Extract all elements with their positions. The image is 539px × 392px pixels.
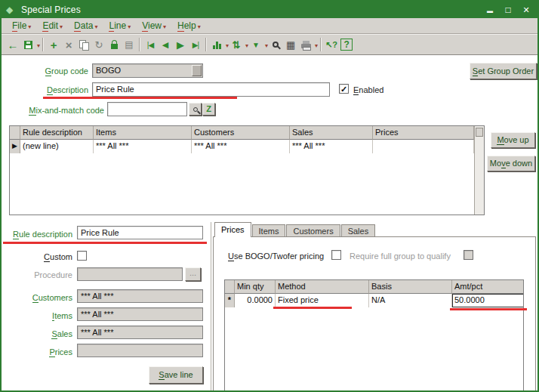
col-sales[interactable]: Sales (290, 126, 373, 140)
rules-grid-scrollbar[interactable] (474, 126, 484, 215)
items-field[interactable]: *** All *** (77, 307, 203, 321)
cell-items[interactable]: *** All *** (94, 140, 192, 153)
table-row[interactable]: ▶ (new line) *** All *** *** All *** ***… (10, 140, 484, 153)
move-up-button[interactable]: Move up (491, 132, 535, 148)
next-record-icon[interactable] (173, 37, 188, 52)
first-record-icon[interactable] (143, 37, 158, 52)
context-help-icon[interactable] (324, 37, 339, 52)
customers-field[interactable]: *** All *** (77, 289, 203, 303)
mix-match-label: Mix-and-match code (5, 105, 104, 116)
maximize-icon[interactable] (501, 4, 515, 16)
menu-data[interactable]: Data (68, 19, 103, 32)
table-row[interactable]: * 0.0000 Fixed price N/A 50.0000 (225, 294, 523, 307)
tab-items[interactable]: Items (252, 224, 286, 237)
prices-label: Prices (2, 347, 72, 357)
last-record-icon[interactable] (188, 37, 203, 52)
row-selector-arrow: ▶ (10, 140, 20, 153)
panel-divider (211, 222, 211, 392)
print-icon[interactable] (298, 37, 313, 52)
col-basis[interactable]: Basis (369, 280, 452, 294)
help-icon[interactable] (339, 37, 354, 52)
chart-icon[interactable] (209, 37, 224, 52)
tab-sales[interactable]: Sales (341, 224, 376, 237)
items-label: Items (2, 310, 72, 321)
previous-record-icon[interactable] (158, 37, 173, 52)
group-code-value: BOGO (96, 66, 121, 75)
use-bogo-label: Use BOGO/Twofer pricing (228, 251, 334, 261)
description-label: Description (17, 85, 88, 95)
menu-help[interactable]: Help (171, 19, 206, 32)
title-bar: Special Prices (2, 2, 537, 18)
cell-customers[interactable]: *** All *** (192, 140, 290, 153)
move-down-button[interactable]: Move down (487, 156, 535, 171)
minimize-icon[interactable] (483, 4, 497, 16)
enabled-checkbox[interactable]: ✓ (339, 84, 349, 94)
delete-icon[interactable] (61, 37, 76, 52)
tab-customers[interactable]: Customers (286, 224, 340, 237)
cell-basis[interactable]: N/A (369, 294, 452, 307)
save-line-button[interactable]: Save line (149, 366, 203, 384)
scrollbar-thumb[interactable] (476, 128, 483, 137)
row-selector-header (10, 126, 20, 140)
col-prices[interactable]: Prices (373, 126, 474, 140)
calculator-icon[interactable] (283, 37, 298, 52)
group-code-field[interactable]: BOGO (92, 63, 203, 78)
set-group-order-button[interactable]: Set Group Order (470, 63, 537, 79)
annotation-redline-description (43, 97, 237, 99)
save-icon[interactable] (20, 37, 35, 52)
custom-checkbox[interactable] (77, 251, 87, 261)
search-icon[interactable] (268, 37, 283, 52)
require-full-group-checkbox (464, 250, 473, 260)
prices-field (77, 344, 203, 357)
refresh-icon[interactable] (91, 37, 106, 52)
sort-icon[interactable] (229, 37, 244, 52)
print-dropdown-icon[interactable] (313, 40, 318, 49)
lock-icon[interactable] (106, 37, 122, 52)
cell-method[interactable]: Fixed price (276, 294, 369, 307)
cell-prices[interactable] (373, 140, 474, 153)
back-icon[interactable] (5, 37, 20, 52)
menu-view-label: View (142, 20, 162, 31)
save-dropdown-icon[interactable] (35, 40, 40, 49)
toolbar-separator (139, 38, 140, 51)
menu-view[interactable]: View (136, 19, 171, 32)
mix-match-field[interactable] (107, 102, 187, 116)
toolbar-separator (205, 38, 207, 51)
mix-match-lookup-button[interactable] (189, 103, 202, 116)
new-record-icon[interactable] (46, 37, 61, 52)
col-amt-pct[interactable]: Amt/pct (452, 280, 524, 294)
filter-icon[interactable] (248, 37, 263, 52)
menu-file[interactable]: File (6, 19, 36, 32)
cell-rule-description[interactable]: (new line) (20, 140, 94, 153)
group-code-lookup-button[interactable] (192, 65, 202, 76)
floppy-glyph (24, 41, 32, 49)
col-method[interactable]: Method (276, 280, 369, 294)
menu-line[interactable]: Line (103, 19, 136, 32)
cell-amt-pct[interactable]: 50.0000 (452, 294, 524, 307)
mix-match-zoom-button[interactable]: Z (202, 103, 215, 116)
col-min-qty[interactable]: Min qty (235, 280, 276, 294)
special-prices-window: Special Prices File Edit Data Line View … (0, 0, 539, 392)
close-icon[interactable] (519, 4, 533, 16)
menu-help-label: Help (177, 20, 196, 31)
cell-min-qty[interactable]: 0.0000 (235, 294, 276, 307)
sales-field[interactable]: *** All *** (77, 326, 203, 339)
magnifier-icon (193, 107, 198, 112)
media-icon[interactable] (122, 37, 137, 52)
rules-grid: Rule description Items Customers Sales P… (9, 125, 485, 215)
col-rule-description[interactable]: Rule description (20, 126, 94, 140)
procedure-browse-button[interactable]: ... (185, 267, 201, 281)
rule-description-field[interactable]: Price Rule (77, 226, 203, 239)
copy-icon[interactable] (76, 37, 91, 52)
menu-bar: File Edit Data Line View Help (2, 18, 537, 34)
description-field[interactable]: Price Rule (92, 82, 330, 97)
tab-prices[interactable]: Prices (214, 222, 251, 237)
window-title: Special Prices (21, 5, 81, 15)
menu-edit[interactable]: Edit (36, 19, 68, 32)
cell-sales[interactable]: *** All *** (290, 140, 373, 153)
col-customers[interactable]: Customers (192, 126, 290, 140)
description-value: Price Rule (96, 85, 134, 94)
use-bogo-checkbox[interactable] (331, 250, 341, 260)
col-items[interactable]: Items (94, 126, 192, 140)
enabled-label: Enabled (353, 85, 399, 95)
